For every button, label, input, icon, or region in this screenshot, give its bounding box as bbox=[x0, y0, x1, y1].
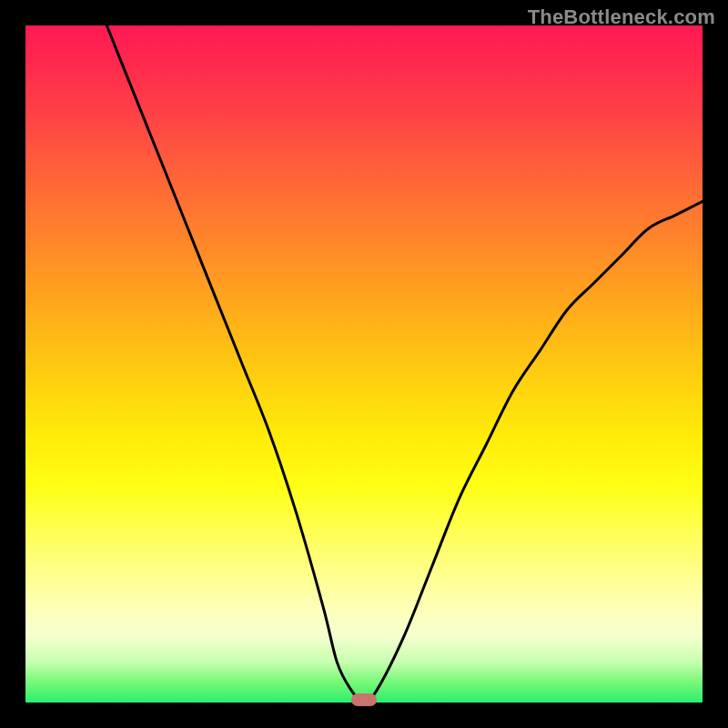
plot-area bbox=[25, 25, 703, 703]
bottleneck-curve bbox=[25, 25, 703, 703]
optimum-marker bbox=[351, 693, 377, 706]
chart-frame: TheBottleneck.com bbox=[0, 0, 728, 728]
